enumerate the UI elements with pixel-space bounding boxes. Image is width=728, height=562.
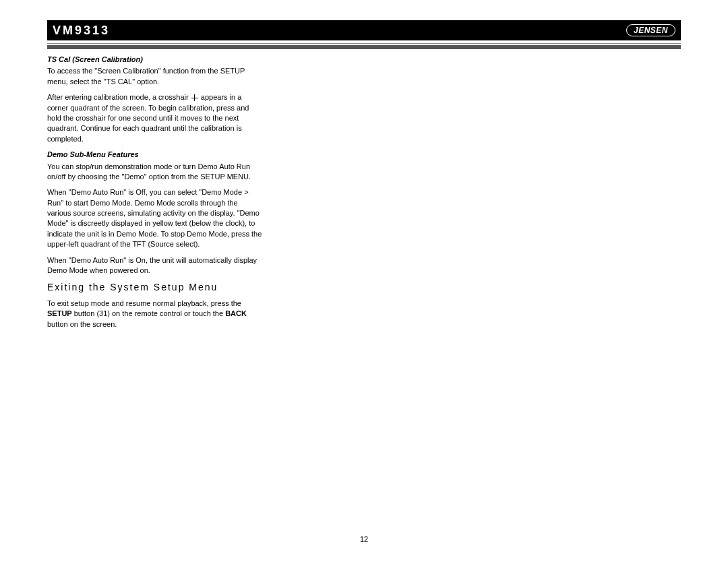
exit-p1-setup-bold: SETUP <box>47 309 72 317</box>
demo-paragraph-1: You can stop/run demonstration mode or t… <box>47 162 263 183</box>
exit-p1-e: button on the screen. <box>47 320 117 328</box>
page-container: VM9313 JENSEN TS Cal (Screen Calibration… <box>0 0 728 562</box>
demo-paragraph-2: When "Demo Auto Run" is Off, you can sel… <box>47 187 263 249</box>
exit-p1-back-bold: BACK <box>225 309 247 317</box>
ts-cal-paragraph-2: After entering calibration mode, a cross… <box>47 92 263 144</box>
content-column: TS Cal (Screen Calibration) To access th… <box>47 55 263 330</box>
brand-logo: JENSEN <box>626 24 675 36</box>
divider-bar <box>47 45 681 49</box>
ts-cal-p2-part-a: After entering calibration mode, a cross… <box>47 93 191 101</box>
exit-p1-a: To exit setup mode and resume normal pla… <box>47 299 241 307</box>
crosshair-icon <box>191 94 198 101</box>
divider-line <box>47 43 681 44</box>
header-bar: VM9313 JENSEN <box>47 20 681 40</box>
exiting-paragraph: To exit setup mode and resume normal pla… <box>47 299 263 330</box>
section-exiting-heading: Exiting the System Setup Menu <box>47 281 263 294</box>
page-number: 12 <box>0 535 728 543</box>
model-number: VM9313 <box>53 24 110 38</box>
subsection-ts-cal-title: TS Cal (Screen Calibration) <box>47 55 263 65</box>
demo-paragraph-3: When "Demo Auto Run" is On, the unit wil… <box>47 255 263 276</box>
exit-p1-c: button (31) on the remote control or tou… <box>72 309 225 317</box>
ts-cal-paragraph-1: To access the "Screen Calibration" funct… <box>47 66 263 87</box>
subsection-demo-title: Demo Sub-Menu Features <box>47 150 263 160</box>
